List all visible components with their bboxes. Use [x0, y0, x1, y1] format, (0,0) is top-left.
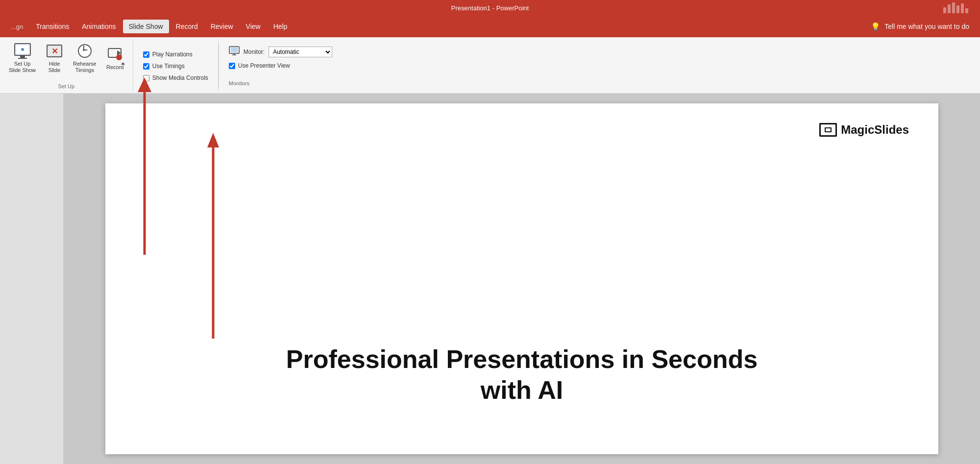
- monitor-combo[interactable]: Automatic: [269, 47, 332, 57]
- rehearse-button[interactable]: RehearseTimings: [69, 41, 100, 75]
- magic-slides-logo: MagicSlides: [819, 123, 909, 137]
- menu-item-review[interactable]: Review: [205, 20, 239, 33]
- menu-item-slideshow[interactable]: Slide Show: [123, 20, 169, 33]
- rehearse-icon: [77, 43, 93, 59]
- record-label: Record: [106, 64, 123, 70]
- record-dropdown-arrow: [121, 62, 125, 65]
- play-narrations-label: Play Narrations: [152, 51, 193, 58]
- bulb-icon: 💡: [871, 22, 881, 31]
- hide-slide-label: HideSlide: [49, 61, 60, 73]
- menu-item-record[interactable]: Record: [170, 20, 204, 33]
- presenter-view-input[interactable]: [229, 63, 235, 69]
- play-narrations-checkbox[interactable]: Play Narrations: [140, 50, 211, 59]
- magic-slides-text: MagicSlides: [841, 123, 909, 137]
- slides-panel: [0, 94, 64, 464]
- presenter-view-label: Use Presenter View: [238, 62, 290, 69]
- svg-rect-4: [231, 48, 238, 52]
- record-button[interactable]: Record: [102, 41, 128, 75]
- record-icon: [107, 47, 123, 62]
- tell-me-text: Tell me what you want to do: [884, 23, 969, 30]
- ms-inner: [825, 127, 832, 132]
- show-media-controls-input[interactable]: [143, 75, 149, 81]
- use-timings-label: Use Timings: [152, 63, 185, 70]
- ribbon: Set UpSlide Show ✕ HideSlide: [0, 37, 980, 94]
- menu-item-help[interactable]: Help: [268, 20, 294, 33]
- play-narrations-input[interactable]: [143, 51, 149, 58]
- setup-show-label: Set UpSlide Show: [9, 61, 36, 73]
- svg-marker-8: [207, 133, 219, 147]
- title-bar-right: [936, 0, 975, 16]
- presenter-view-checkbox[interactable]: Use Presenter View: [229, 61, 332, 70]
- menu-item-transitions[interactable]: Transitions: [30, 20, 75, 33]
- setup-group-label: Set Up: [58, 83, 75, 89]
- ribbon-buttons-setup: Set UpSlide Show ✕ HideSlide: [5, 41, 128, 82]
- hide-slide-icon: ✕: [47, 43, 62, 59]
- show-media-controls-label: Show Media Controls: [152, 74, 208, 81]
- monitors-group-label: Monitors: [229, 78, 249, 86]
- setup-show-button[interactable]: Set UpSlide Show: [5, 41, 40, 75]
- setup-show-icon: [15, 43, 30, 59]
- menu-item-view[interactable]: View: [240, 20, 267, 33]
- monitor-svg: [229, 46, 240, 56]
- ribbon-group-setup: Set UpSlide Show ✕ HideSlide: [0, 39, 133, 91]
- record-svg: [107, 47, 123, 62]
- monitor-select[interactable]: Automatic: [269, 47, 332, 57]
- menu-item-animations[interactable]: Animations: [76, 20, 122, 33]
- watermark: [936, 0, 975, 15]
- slide-title: Professional Presentations in Secondswit…: [257, 344, 787, 405]
- menu-item-design[interactable]: ...gn: [5, 20, 29, 33]
- tell-me-button[interactable]: 💡 Tell me what you want to do: [865, 20, 975, 33]
- hide-slide-button[interactable]: ✕ HideSlide: [42, 41, 67, 75]
- ribbon-group-monitors: Monitor: Automatic Use Presenter View Mo…: [219, 39, 342, 91]
- monitor-row: Monitor: Automatic: [229, 46, 332, 57]
- window-title: Presentation1 - PowerPoint: [451, 4, 529, 12]
- slide-page: MagicSlides Professional Presentations i…: [105, 103, 938, 454]
- title-bar: Presentation1 - PowerPoint: [0, 0, 980, 16]
- show-media-controls-checkbox[interactable]: Show Media Controls: [140, 73, 211, 82]
- ribbon-group-options: Play Narrations Use Timings Show Media C…: [133, 39, 219, 91]
- slide-content-area: MagicSlides Professional Presentations i…: [64, 94, 980, 464]
- menu-bar: ...gn Transitions Animations Slide Show …: [0, 16, 980, 37]
- monitor-label: Monitor:: [244, 49, 265, 55]
- monitor-icon: [229, 46, 240, 57]
- magic-slides-icon: [819, 123, 837, 137]
- svg-point-2: [116, 54, 122, 60]
- main-content: MagicSlides Professional Presentations i…: [0, 94, 980, 464]
- use-timings-checkbox[interactable]: Use Timings: [140, 62, 211, 71]
- use-timings-input[interactable]: [143, 63, 149, 70]
- rehearse-label: RehearseTimings: [73, 61, 97, 73]
